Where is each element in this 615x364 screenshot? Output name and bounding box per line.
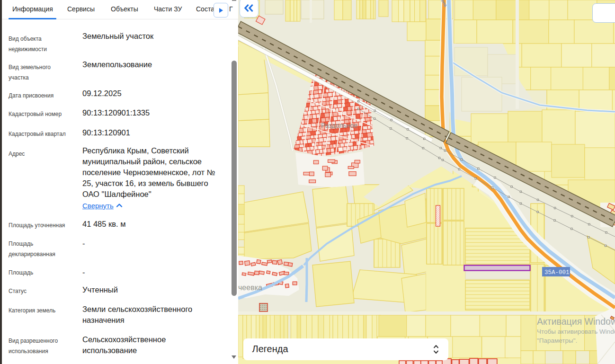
svg-text:35А-001: 35А-001 [544,269,570,276]
svg-text:Раздольное: Раздольное [321,122,357,129]
svg-text:Чтобы активировать Windows, пе: Чтобы активировать Windows, перейдите [537,328,615,335]
svg-text:Активация Windows: Активация Windows [537,316,615,327]
svg-text:"Параметры".: "Параметры". [537,337,577,344]
svg-text:чеевка: чеевка [238,284,262,292]
